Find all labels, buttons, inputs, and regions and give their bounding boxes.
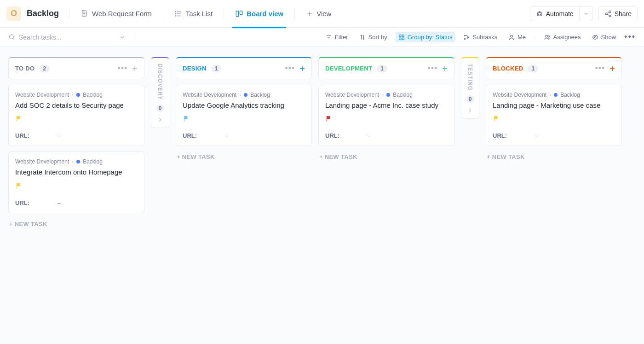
column-collapsed-testing[interactable]: TESTING 0 [461,57,479,119]
show-button[interactable]: Show [589,32,619,42]
tab-add-view[interactable]: View [300,0,337,28]
svg-point-19 [468,36,469,37]
column-name: DEVELOPMENT [325,65,372,72]
svg-point-11 [609,15,611,17]
sort-button[interactable]: Sort by [356,32,390,42]
column-more-button[interactable]: ••• [285,64,295,73]
sort-label: Sort by [368,34,387,41]
url-value: – [58,132,61,139]
automate-button[interactable]: Automate [530,6,579,21]
toolbar: Filter Sort by Group by: Status Subtasks… [0,28,644,47]
column-collapsed-discovery[interactable]: DISCOVERY 0 [151,57,169,128]
assignees-button[interactable]: Assignees [541,32,584,42]
column-todo: TO DO 2 ••• + Website Development › Back… [8,57,144,229]
new-task-button[interactable]: + NEW TASK [176,152,312,162]
chevron-right-icon[interactable] [467,107,473,114]
crumb-list[interactable]: Backlog [250,92,270,98]
flag-icon[interactable] [15,115,23,123]
task-title: Add SOC 2 details to Security page [15,101,138,110]
column-name: DESIGN [183,65,207,72]
task-card[interactable]: Website Development › Backlog Integrate … [8,152,144,213]
column-more-button[interactable]: ••• [427,64,437,73]
new-task-button[interactable]: + NEW TASK [486,152,622,162]
svg-point-3 [175,15,176,16]
user-icon [508,34,515,41]
task-card[interactable]: Website Development › Backlog Update Goo… [176,85,312,146]
tab-label: Board view [247,10,283,17]
svg-rect-14 [402,35,404,36]
header-bar: O Backlog Web Request Form Task List Boa… [0,0,644,28]
crumb-project[interactable]: Website Development [15,92,69,98]
crumb-list[interactable]: Backlog [83,158,103,165]
add-task-button[interactable]: + [442,64,448,73]
svg-point-20 [511,35,513,37]
url-field: URL: – [15,132,138,139]
new-task-button[interactable]: + NEW TASK [318,152,454,162]
svg-point-10 [605,13,607,15]
chevron-down-icon[interactable] [119,34,126,41]
search-input[interactable] [19,34,97,41]
crumb-project[interactable]: Website Development [15,158,69,165]
chevron-right-icon: › [72,158,74,165]
svg-point-17 [465,35,466,36]
share-button[interactable]: Share [598,6,638,21]
chevron-right-icon[interactable] [157,117,163,123]
tab-label: Web Request Form [92,10,152,17]
flag-icon[interactable] [493,115,500,123]
column-header: TO DO 2 ••• + [8,57,144,79]
svg-point-2 [175,13,176,14]
filter-button[interactable]: Filter [323,32,351,42]
svg-point-8 [540,14,540,14]
add-task-button[interactable]: + [132,64,138,73]
me-button[interactable]: Me [506,32,529,42]
column-more-button[interactable]: ••• [595,64,605,73]
svg-point-21 [545,35,547,37]
column-blocked: BLOCKED 1 ••• + Website Development › Ba… [486,57,622,162]
add-task-button[interactable]: + [610,64,615,73]
tab-task-list[interactable]: Task List [169,0,218,28]
crumb-project[interactable]: Website Development [325,92,379,98]
column-name: BLOCKED [493,65,523,72]
more-options-button[interactable]: ••• [624,32,636,42]
crumb-project[interactable]: Website Development [493,92,546,98]
app-icon: O [6,6,21,21]
task-card[interactable]: Website Development › Backlog Add SOC 2 … [8,85,144,146]
new-task-button[interactable]: + NEW TASK [8,219,144,229]
chevron-right-icon: › [382,92,384,98]
crumb-list[interactable]: Backlog [83,92,103,98]
chevron-right-icon: › [72,92,74,98]
automate-dropdown[interactable] [579,6,593,21]
column-header: DESIGN 1 ••• + [176,57,312,79]
column-name: DISCOVERY [157,64,163,100]
task-title: Integrate Intercom onto Home­page [15,168,138,177]
column-more-button[interactable]: ••• [117,64,127,73]
board-icon [235,10,243,18]
show-label: Show [601,34,616,41]
tab-board-view[interactable]: Board view [230,0,289,28]
crumb-project[interactable]: Website Development [183,92,236,98]
url-label: URL: [325,132,349,139]
task-card[interactable]: Website Development › Backlog Landing pa… [486,85,622,146]
list-dot-icon [244,93,247,97]
group-by-button[interactable]: Group by: Status [396,32,455,42]
automate-label: Automate [546,10,574,17]
url-field: URL: – [325,132,448,139]
add-task-button[interactable]: + [299,64,305,73]
list-dot-icon [76,160,80,163]
svg-point-22 [548,35,550,37]
flag-icon[interactable] [325,115,333,123]
breadcrumb: Website Development › Backlog [325,92,448,98]
flag-icon[interactable] [183,115,190,123]
crumb-list[interactable]: Backlog [560,92,580,98]
task-card[interactable]: Website Development › Backlog Landing pa… [318,85,454,146]
column-count: 1 [528,65,538,72]
separator [69,9,69,19]
chevron-right-icon: › [549,92,551,98]
separator [224,9,224,19]
subtasks-button[interactable]: Subtasks [460,32,500,42]
flag-icon[interactable] [15,182,23,190]
column-count: 2 [39,65,50,72]
tab-web-request-form[interactable]: Web Request Form [75,0,157,28]
crumb-list[interactable]: Backlog [393,92,413,98]
svg-rect-4 [236,11,238,17]
